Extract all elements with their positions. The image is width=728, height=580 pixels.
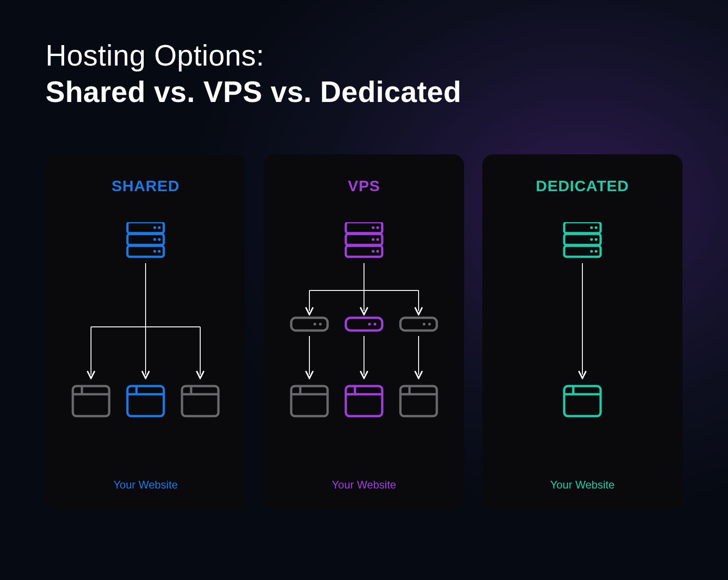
card-vps: VPS <box>264 154 464 509</box>
svg-point-8 <box>158 250 161 253</box>
card-dedicated-caption: Your Website <box>550 478 614 491</box>
svg-point-29 <box>376 238 379 241</box>
svg-rect-14 <box>73 386 109 416</box>
svg-point-42 <box>374 323 376 326</box>
vps-unit-icon <box>291 318 328 331</box>
svg-point-64 <box>595 238 597 241</box>
vps-unit-icon <box>400 318 437 331</box>
svg-point-41 <box>368 323 371 326</box>
svg-point-66 <box>595 250 597 253</box>
vps-unit-icon <box>346 318 382 331</box>
svg-point-26 <box>372 226 374 229</box>
svg-point-38 <box>313 323 316 326</box>
card-shared: SHARED <box>46 154 246 509</box>
svg-rect-43 <box>400 318 437 331</box>
svg-point-6 <box>158 238 161 241</box>
page-title-line1: Hosting Options: <box>46 39 682 72</box>
svg-point-45 <box>428 323 431 326</box>
server-icon <box>564 222 601 257</box>
card-shared-heading: SHARED <box>111 177 180 195</box>
svg-point-30 <box>372 250 374 253</box>
svg-point-5 <box>153 238 156 241</box>
diagram-dedicated <box>496 222 669 474</box>
svg-point-3 <box>153 226 156 229</box>
website-icon <box>400 386 437 416</box>
svg-point-27 <box>376 226 379 229</box>
svg-rect-49 <box>291 386 328 416</box>
diagram-vps <box>278 222 450 474</box>
diagram-shared <box>59 222 232 474</box>
svg-point-63 <box>590 238 593 241</box>
website-icon <box>73 386 109 416</box>
svg-point-62 <box>595 226 597 229</box>
svg-point-28 <box>372 238 374 241</box>
card-dedicated-heading: DEDICATED <box>536 177 629 195</box>
svg-point-7 <box>153 250 156 253</box>
svg-rect-52 <box>346 386 382 416</box>
svg-point-39 <box>319 323 322 326</box>
svg-point-4 <box>158 226 161 229</box>
page-title-line2: Shared vs. VPS vs. Dedicated <box>46 75 682 109</box>
server-icon <box>127 222 164 257</box>
svg-rect-20 <box>182 386 218 416</box>
svg-rect-40 <box>346 318 382 331</box>
website-icon <box>127 386 164 416</box>
svg-rect-37 <box>291 318 328 331</box>
card-dedicated: DEDICATED <box>482 154 682 509</box>
svg-rect-68 <box>564 386 601 416</box>
card-vps-heading: VPS <box>348 177 380 195</box>
website-icon <box>564 386 601 416</box>
website-icon <box>291 386 328 416</box>
svg-rect-17 <box>127 386 164 416</box>
card-vps-caption: Your Website <box>332 478 396 491</box>
server-icon <box>346 222 382 257</box>
website-icon <box>182 386 218 416</box>
website-icon <box>346 386 382 416</box>
svg-point-65 <box>590 250 593 253</box>
svg-rect-55 <box>400 386 437 416</box>
card-shared-caption: Your Website <box>113 478 177 491</box>
svg-point-31 <box>376 250 379 253</box>
cards-row: SHARED <box>46 154 682 509</box>
svg-point-61 <box>590 226 593 229</box>
svg-point-44 <box>423 323 425 326</box>
